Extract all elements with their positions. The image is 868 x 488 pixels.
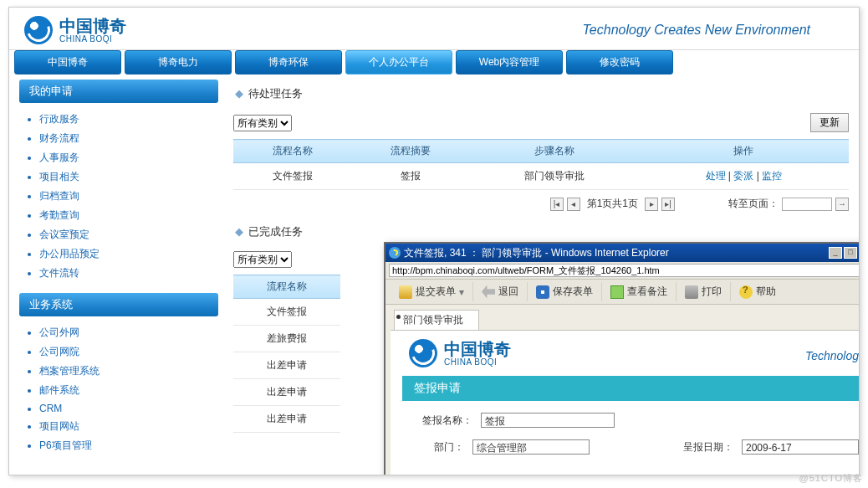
date-field[interactable]: 2009-6-17 — [742, 439, 859, 455]
print-button[interactable]: 打印 — [677, 282, 731, 301]
address-input[interactable] — [389, 264, 860, 277]
pager-go-icon[interactable]: → — [835, 198, 849, 211]
popup-slogan-partial: Technolog — [805, 349, 859, 362]
nav-pwd[interactable]: 修改密码 — [566, 50, 673, 74]
popup-page: 中国博奇 CHINA BOQI Technolog 签报申请 签报名称： 签报 … — [391, 330, 860, 475]
sidebar-item-p6[interactable]: P6项目管理 — [39, 436, 218, 455]
col-name: 流程名称 — [233, 140, 351, 163]
name-field[interactable]: 签报 — [481, 413, 615, 428]
pager-text: 第1页共1页 — [587, 197, 638, 211]
save-form-button[interactable]: 保存表单 — [528, 282, 602, 301]
header: 中国博奇 CHINA BOQI Technology Creates New E… — [9, 8, 859, 50]
submit-icon — [399, 285, 412, 299]
pager-prev-icon[interactable]: ◂ — [567, 198, 580, 211]
date-label: 呈报日期： — [648, 440, 733, 455]
sidebar-item-supply[interactable]: 办公用品预定 — [39, 244, 218, 264]
op-delegate[interactable]: 委派 — [733, 170, 753, 182]
logo-swirl-icon — [409, 339, 437, 367]
pager-first-icon[interactable]: |◂ — [550, 198, 564, 211]
sidebar-item-archive[interactable]: 归档查询 — [39, 187, 218, 206]
pending-table: 流程名称 流程摘要 步骤名称 操作 文件签报 签报 部门领导审批 处理 | 委派… — [233, 139, 849, 190]
cell-summary: 签报 — [351, 163, 469, 190]
dept-label: 部门： — [419, 440, 464, 455]
sidebar-item-archivesys[interactable]: 档案管理系统 — [39, 362, 218, 381]
pending-title-text: 待处理任务 — [248, 87, 303, 100]
view-notes-button[interactable]: 查看备注 — [602, 282, 677, 301]
col-op: 操作 — [639, 140, 849, 163]
sidebar-item-project[interactable]: 项目相关 — [39, 167, 218, 187]
sidebar-item-crm[interactable]: CRM — [39, 400, 218, 417]
table-row: 文件签报 签报 部门领导审批 处理 | 委派 | 监控 — [233, 163, 849, 190]
sidebar-item-admin[interactable]: 行政服务 — [39, 110, 218, 129]
popup-toolbar: 提交表单▾ 退回 保存表单 查看备注 打印 帮助 — [385, 280, 860, 305]
cell-op: 处理 | 委派 | 监控 — [639, 163, 849, 190]
table-row: 出差申请 — [233, 406, 340, 433]
table-row: 差旅费报 — [233, 326, 340, 352]
op-handle[interactable]: 处理 — [706, 170, 726, 182]
sidebar-item-hr[interactable]: 人事服务 — [39, 148, 218, 167]
update-button[interactable]: 更新 — [810, 113, 849, 132]
cell-step: 部门领导审批 — [470, 163, 639, 190]
notes-icon — [610, 285, 624, 299]
back-icon — [482, 285, 495, 299]
help-icon — [739, 285, 753, 299]
table-row: 出差申请 — [233, 352, 340, 379]
form-section-bar: 签报申请 — [402, 376, 859, 401]
sidebar-item-meeting[interactable]: 会议室预定 — [39, 225, 218, 244]
popup-brand-en: CHINA BOQI — [444, 357, 511, 367]
nav-env[interactable]: 博奇环保 — [235, 50, 342, 74]
nav-web[interactable]: Web内容管理 — [456, 50, 563, 74]
col-step: 步骤名称 — [470, 140, 639, 163]
brand-logo: 中国博奇 CHINA BOQI — [24, 16, 126, 44]
table-row: 文件签报 — [233, 299, 340, 326]
col-summary: 流程摘要 — [351, 140, 469, 163]
sidebar-item-projsite[interactable]: 项目网站 — [39, 417, 218, 436]
watermark: @51CTO博客 — [799, 472, 863, 485]
sidebar-biz-list: 公司外网 公司网院 档案管理系统 邮件系统 CRM 项目网站 P6项目管理 — [19, 320, 218, 465]
back-button[interactable]: 退回 — [473, 282, 528, 301]
header-slogan: Technology Creates New Environment — [583, 23, 844, 38]
table-row: 出差申请 — [233, 379, 340, 406]
sidebar-item-attend[interactable]: 考勤查询 — [39, 206, 218, 225]
sidebar-item-finance[interactable]: 财务流程 — [39, 129, 218, 148]
maximize-icon[interactable]: □ — [844, 247, 857, 259]
sidebar-item-intranet[interactable]: 公司网院 — [39, 342, 218, 362]
sidebar-myreq-title: 我的申请 — [19, 80, 218, 103]
main-nav: 中国博奇 博奇电力 博奇环保 个人办公平台 Web内容管理 修改密码 — [9, 50, 859, 80]
popup-logo: 中国博奇 CHINA BOQI — [402, 339, 859, 367]
pager-next-icon[interactable]: ▸ — [645, 198, 658, 211]
ie-popup-window: 文件签报, 341 ： 部门领导审批 - Windows Internet Ex… — [384, 242, 860, 475]
done-title: ◆已完成任务 — [235, 224, 849, 239]
sidebar: 我的申请 行政服务 财务流程 人事服务 项目相关 归档查询 考勤查询 会议室预定… — [19, 80, 218, 465]
form-tab[interactable]: 部门领导审批 — [394, 310, 479, 330]
done-category-select[interactable]: 所有类别 — [233, 251, 292, 268]
address-bar — [385, 262, 860, 280]
ie-logo-icon — [389, 247, 401, 259]
chevron-down-icon: ▾ — [459, 286, 464, 298]
minimize-icon[interactable]: _ — [829, 247, 842, 259]
sidebar-myreq-list: 行政服务 财务流程 人事服务 项目相关 归档查询 考勤查询 会议室预定 办公用品… — [19, 106, 218, 293]
name-label: 签报名称： — [419, 414, 472, 428]
pending-title: ◆待处理任务 — [235, 86, 849, 101]
submit-form-button[interactable]: 提交表单▾ — [391, 282, 473, 301]
window-title: 文件签报, 341 ： 部门领导审批 - Windows Internet Ex… — [404, 246, 829, 260]
window-titlebar[interactable]: 文件签报, 341 ： 部门领导审批 - Windows Internet Ex… — [385, 244, 860, 262]
dept-field[interactable]: 综合管理部 — [472, 439, 590, 455]
close-icon[interactable]: × — [859, 247, 860, 259]
nav-boqi[interactable]: 中国博奇 — [14, 50, 121, 74]
brand-cn: 中国博奇 — [59, 18, 126, 34]
sidebar-item-mail[interactable]: 邮件系统 — [39, 381, 218, 400]
help-button[interactable]: 帮助 — [731, 282, 784, 301]
done-table: 流程名称 文件签报 差旅费报 出差申请 出差申请 出差申请 — [233, 275, 340, 433]
logo-swirl-icon — [24, 16, 53, 44]
sidebar-item-extnet[interactable]: 公司外网 — [39, 323, 218, 342]
pager-goto-input[interactable] — [782, 198, 832, 211]
popup-brand-cn: 中国博奇 — [444, 341, 511, 357]
pending-category-select[interactable]: 所有类别 — [233, 115, 292, 131]
sidebar-item-docflow[interactable]: 文件流转 — [39, 264, 218, 283]
nav-elec[interactable]: 博奇电力 — [125, 50, 232, 74]
pager-last-icon[interactable]: ▸| — [661, 198, 675, 211]
nav-personal[interactable]: 个人办公平台 — [345, 50, 452, 74]
op-monitor[interactable]: 监控 — [762, 170, 782, 182]
save-icon — [536, 285, 549, 299]
